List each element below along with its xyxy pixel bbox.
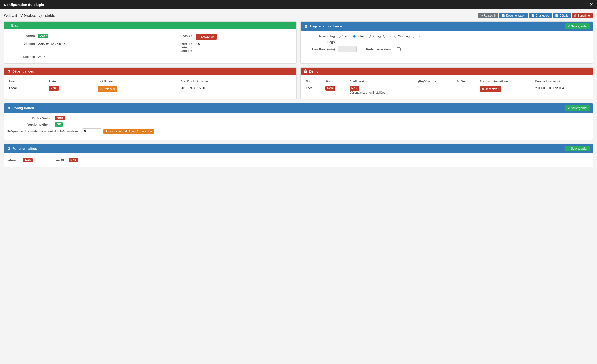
app-title: Configuration du plugin xyxy=(4,3,44,7)
etat-header: ○ Etat xyxy=(4,22,296,29)
table-header-row: Nom Statut Configuration (Re)Démarrer Ar… xyxy=(304,78,590,85)
interact-label: interact xyxy=(7,159,18,162)
heartbeat-label: Heartbeat (min) xyxy=(304,47,338,51)
config-icon: ⚙ xyxy=(7,106,10,110)
dependances-section: ⚙ Dépendances Nom Statut Installation De… xyxy=(4,67,297,99)
radio-debug[interactable]: Debug xyxy=(368,34,381,38)
config-title: Configuration xyxy=(12,106,34,110)
demon-statut-badge: NOK xyxy=(325,86,336,91)
demon-nom: Local xyxy=(304,85,323,96)
col-dernier: Dernier lancement xyxy=(534,78,590,85)
etat-table: Statut Actif Action ✕ Désactiver Version… xyxy=(7,32,293,60)
radio-info[interactable]: Info xyxy=(383,34,392,38)
version-min-label: Version minimum Jeedom xyxy=(165,41,194,53)
col-redemarrer: (Re)Démarrer xyxy=(416,78,454,85)
dep-installation: ⚙ Relancer xyxy=(96,85,179,94)
close-button[interactable]: ✕ xyxy=(590,2,593,7)
version-label: Version xyxy=(8,41,36,53)
dep-nok-badge: NOK xyxy=(49,86,59,91)
logs-label: Logs xyxy=(304,40,338,44)
logs-title: Logs et surveillance xyxy=(310,24,342,28)
demon-header: 🏛 Démon xyxy=(301,68,593,75)
niveau-log-options: Aucun Defaut Debug Info Warning xyxy=(338,34,423,38)
license-value: AGPL xyxy=(37,54,165,60)
col-nom: Nom xyxy=(304,78,323,85)
demon-section: 🏛 Démon Nom Statut Configuration (Re)Dém… xyxy=(300,67,593,99)
demon-statut: NOK xyxy=(323,85,348,96)
logs-header: 📋 Logs et surveillance ✓ Sauvegarder xyxy=(301,22,593,31)
rafraichir-button[interactable]: ↻ Rafraichir xyxy=(478,13,498,18)
version-python-value: OK xyxy=(55,122,63,127)
col-statut: Statut xyxy=(47,78,96,85)
droits-sudo-label: Droits Sudo : xyxy=(7,117,55,120)
table-row: Version 2019-04-12 06:50:51 Version mini… xyxy=(8,41,293,53)
logs-save-button[interactable]: ✓ Sauvegarder xyxy=(566,23,590,29)
col-gestion: Gestion automatique xyxy=(478,78,534,85)
heartbeat-input[interactable] xyxy=(338,46,357,52)
demon-icon: 🏛 xyxy=(304,69,307,73)
license-label: License xyxy=(8,54,36,60)
radio-warning[interactable]: Warning xyxy=(394,34,409,38)
restart-demon-label: Redémarrer démon xyxy=(366,47,394,51)
supprimer-button[interactable]: 🗑 Supprimer xyxy=(572,13,593,18)
dependances-icon: ⚙ xyxy=(7,69,10,73)
col-arreter: Arrêter xyxy=(454,78,477,85)
dependances-table: Nom Statut Installation Dernière install… xyxy=(7,78,293,93)
frequence-hint: En secondes . Minimum 5s conseillé xyxy=(103,129,154,134)
restart-demon-checkbox[interactable] xyxy=(397,47,401,51)
frequence-input[interactable] xyxy=(82,129,101,134)
droits-sudo-row: Droits Sudo : NOK xyxy=(7,116,590,120)
etat-body: Statut Actif Action ✕ Désactiver Version… xyxy=(4,29,296,63)
action-value: ✕ Désactiver xyxy=(194,33,293,40)
col-installation: Installation xyxy=(96,78,179,85)
demon-redemarrer xyxy=(416,85,454,96)
etat-icon: ○ xyxy=(7,23,9,27)
demon-config-note: Dépendances non installées xyxy=(350,91,415,94)
table-row: Statut Actif Action ✕ Désactiver xyxy=(8,33,293,40)
version-python-label: Version python : xyxy=(7,123,55,126)
version-value: 2019-04-12 06:50:51 xyxy=(37,41,165,53)
demon-body: Nom Statut Configuration (Re)Démarrer Ar… xyxy=(301,75,593,99)
interact-nok: Non xyxy=(23,158,32,162)
niveau-log-label: Niveau log xyxy=(304,34,338,38)
demon-dernier: 2019-09-30 08:29:04 xyxy=(534,85,590,96)
fonctionnalites-save-button[interactable]: ✓ Sauvegarder xyxy=(566,146,590,152)
heartbeat-row: Heartbeat (min) Redémarrer démon xyxy=(304,46,589,52)
action-label: Action xyxy=(165,33,194,40)
statut-value: Actif xyxy=(37,33,165,40)
col-statut: Statut xyxy=(323,78,348,85)
droits-sudo-value: NOK xyxy=(55,116,65,120)
col-nom: Nom xyxy=(7,78,47,85)
radio-defaut[interactable]: Defaut xyxy=(353,34,365,38)
desactiver-button[interactable]: ✕ Désactiver xyxy=(196,34,217,40)
demon-arreter xyxy=(454,85,477,96)
title-bar: Configuration du plugin ✕ xyxy=(0,0,597,9)
table-row: License AGPL xyxy=(8,54,293,60)
dependances-header: ⚙ Dépendances xyxy=(4,68,296,75)
table-row: Local NOK ⚙ Relancer 2019-09-30 15:20:32 xyxy=(7,85,293,94)
config-save-button[interactable]: ✓ Sauvegarder xyxy=(566,105,590,111)
etat-title: Etat xyxy=(11,23,17,27)
documentation-button[interactable]: 📄 Documentation xyxy=(499,13,528,18)
radio-error[interactable]: Error xyxy=(412,34,423,38)
details-button[interactable]: 📄 Détails xyxy=(553,13,571,18)
etat-section: ○ Etat Statut Actif Action ✕ Désactiver xyxy=(4,21,297,63)
demon-config-badge: NOK xyxy=(350,86,360,91)
demon-config: NOK Dépendances non installées xyxy=(348,85,416,96)
relancer-button[interactable]: ⚙ Relancer xyxy=(98,86,118,92)
demon-desactiver-button[interactable]: ✕ Désactiver xyxy=(479,86,501,92)
radio-aucun[interactable]: Aucun xyxy=(338,34,350,38)
actif-badge: Actif xyxy=(38,34,48,38)
fonctionnalites-row: interact Non err99 Non xyxy=(7,157,590,164)
err99-nok: Non xyxy=(69,158,78,162)
logs-section: 📋 Logs et surveillance ✓ Sauvegarder Niv… xyxy=(300,21,593,63)
demon-gestion: ✕ Désactiver xyxy=(478,85,534,96)
fonctionnalites-body: interact Non err99 Non xyxy=(4,153,593,167)
col-config: Configuration xyxy=(348,78,416,85)
version-min-value: 3.0 xyxy=(194,41,293,53)
fonctionnalites-icon: ⚙ xyxy=(7,147,10,151)
dependances-title: Dépendances xyxy=(12,69,34,73)
dep-nom: Local xyxy=(7,85,47,94)
configuration-header: ⚙ Configuration ✓ Sauvegarder xyxy=(4,103,593,113)
changelog-button[interactable]: 📄 Changelog xyxy=(529,13,552,18)
